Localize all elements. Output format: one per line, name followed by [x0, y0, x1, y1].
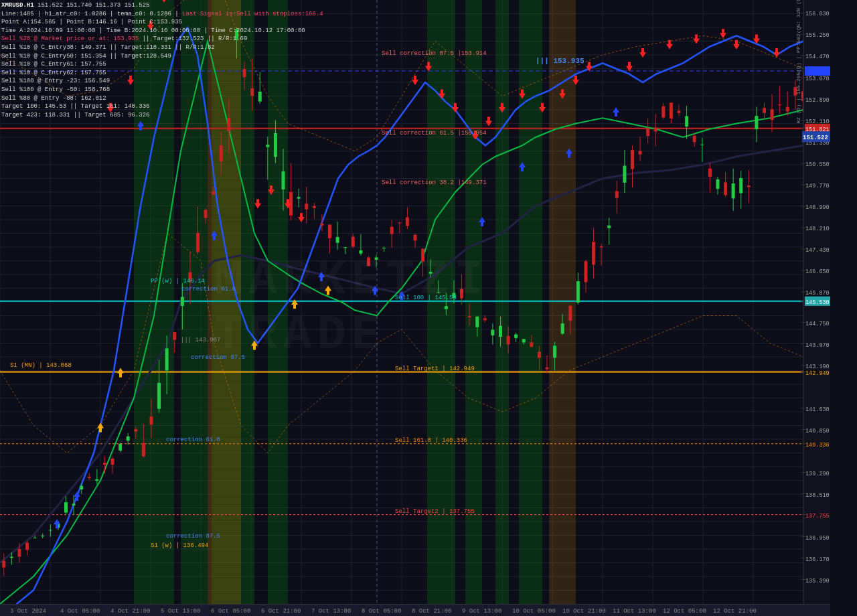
time-label: 12 Oct 05:00 — [663, 608, 706, 615]
time-label: 12 Oct 21:00 — [713, 608, 757, 615]
time-label: 4 Oct 21:00 — [110, 608, 150, 615]
time-label: 8 Oct 21:00 — [412, 608, 451, 615]
chart-container: XMRUSD.H1 151.522 151.740 151.373 151.52… — [0, 0, 857, 616]
time-label: 4 Oct 05:00 — [60, 608, 100, 615]
time-label: 8 Oct 05:00 — [362, 608, 401, 615]
time-label: 7 Oct 13:00 — [311, 608, 351, 615]
time-label: 6 Oct 21:00 — [261, 608, 301, 615]
time-label: 11 Oct 13:00 — [613, 608, 656, 615]
time-label: 10 Oct 05:00 — [512, 608, 556, 615]
price-chart[interactable] — [0, 0, 830, 616]
time-label: 3 Oct 2024 — [10, 608, 46, 615]
time-label: 5 Oct 13:00 — [161, 608, 200, 615]
time-label: 10 Oct 21:00 — [562, 608, 606, 615]
time-label: 9 Oct 13:00 — [462, 608, 501, 615]
time-label: 6 Oct 05:00 — [211, 608, 250, 615]
time-axis: 3 Oct 20244 Oct 05:004 Oct 21:005 Oct 13… — [0, 604, 830, 616]
